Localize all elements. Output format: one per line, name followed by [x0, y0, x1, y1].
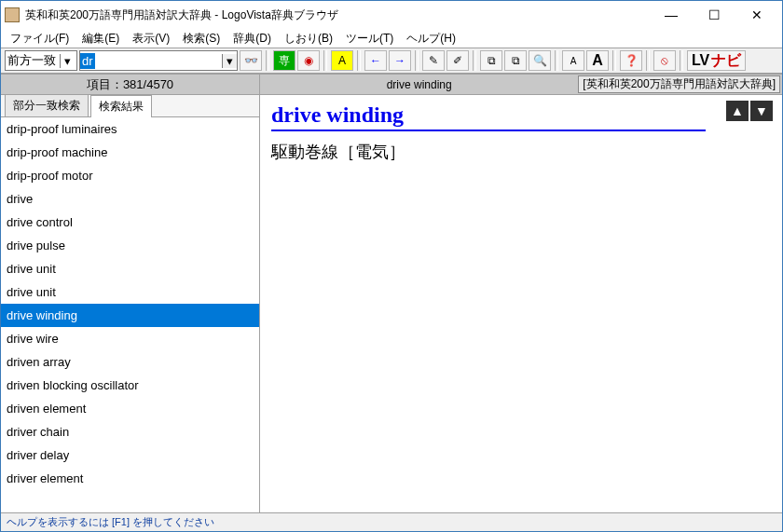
- separator: [555, 50, 558, 71]
- list-item[interactable]: drive: [1, 187, 259, 211]
- right-pane: drive winding [英和和英200万語専門用語対訳大辞典] ▲ ▼ d…: [260, 75, 782, 512]
- close-button[interactable]: ✕: [735, 2, 778, 28]
- list-item[interactable]: drip-proof machine: [1, 141, 259, 164]
- list-item[interactable]: driven blocking oscillator: [1, 374, 259, 397]
- highlight-button[interactable]: A: [331, 50, 353, 71]
- separator: [612, 50, 616, 71]
- status-bar: ヘルプを表示するには [F1] を押してください: [1, 512, 782, 531]
- menu-help[interactable]: ヘルプ(H): [401, 29, 461, 48]
- dropdown-icon: ▾: [222, 54, 237, 68]
- separator: [357, 50, 361, 71]
- menu-bar: ファイル(F) 編集(E) 表示(V) 検索(S) 辞典(D) しおり(B) ツ…: [1, 29, 782, 48]
- dict-select-button[interactable]: 専: [273, 50, 295, 71]
- dropdown-icon: ▾: [60, 54, 75, 68]
- separator: [680, 50, 683, 71]
- font-small-button[interactable]: A: [562, 50, 584, 71]
- search-button[interactable]: 👓: [240, 50, 262, 71]
- pen1-button[interactable]: ✎: [422, 50, 445, 71]
- definition: 駆動巻線［電気］: [271, 141, 771, 163]
- separator: [415, 50, 419, 71]
- copy2-button[interactable]: ⧉: [504, 50, 527, 71]
- zoom-button[interactable]: 🔍: [529, 50, 551, 71]
- result-list[interactable]: drip-proof luminairesdrip-proof machined…: [1, 117, 259, 512]
- current-entry-label: drive winding: [260, 78, 578, 91]
- match-mode-select[interactable]: 前方一致 ▾: [5, 50, 77, 71]
- stop-button[interactable]: ⦸: [653, 50, 676, 71]
- tab-search-results[interactable]: 検索結果: [90, 95, 152, 117]
- headword: drive winding: [271, 102, 706, 131]
- list-item[interactable]: driven array: [1, 350, 259, 374]
- left-pane: 項目：381/4570 部分一致検索 検索結果 drip-proof lumin…: [1, 75, 260, 512]
- entry-content: ▲ ▼ drive winding 駆動巻線［電気］: [260, 95, 782, 512]
- separator: [266, 50, 269, 71]
- separator: [473, 50, 476, 71]
- forward-button[interactable]: →: [389, 50, 411, 71]
- match-mode-value: 前方一致: [7, 52, 56, 69]
- result-tabs: 部分一致検索 検索結果: [1, 95, 259, 117]
- search-value: dr: [80, 53, 95, 69]
- next-entry-button[interactable]: ▼: [750, 101, 773, 121]
- menu-search[interactable]: 検索(S): [177, 29, 226, 48]
- lv-label: LV: [692, 52, 709, 69]
- menu-bookmark[interactable]: しおり(B): [279, 29, 338, 48]
- globe-button[interactable]: ◉: [297, 50, 320, 71]
- tab-partial-match[interactable]: 部分一致検索: [5, 94, 89, 116]
- lvnav-button[interactable]: LV ナビ: [687, 50, 746, 71]
- entry-nav: ▲ ▼: [726, 101, 773, 121]
- menu-dict[interactable]: 辞典(D): [227, 29, 277, 48]
- list-item[interactable]: drive wire: [1, 327, 259, 350]
- list-item[interactable]: drive control: [1, 211, 259, 234]
- back-button[interactable]: ←: [364, 50, 387, 71]
- list-item[interactable]: drive unit: [1, 280, 259, 304]
- list-item[interactable]: drive winding: [1, 304, 259, 327]
- prev-entry-button[interactable]: ▲: [726, 101, 749, 121]
- menu-tool[interactable]: ツール(T): [340, 29, 399, 48]
- title-bar: 英和和英200万語専門用語対訳大辞典 - LogoVista辞典ブラウザ — ☐…: [1, 1, 782, 29]
- nav-label: ナビ: [711, 51, 741, 71]
- separator: [646, 50, 650, 71]
- list-item[interactable]: driver element: [1, 467, 259, 490]
- list-item[interactable]: driver delay: [1, 443, 259, 467]
- help-button[interactable]: ❓: [620, 50, 642, 71]
- font-large-button[interactable]: A: [586, 50, 609, 71]
- menu-edit[interactable]: 編集(E): [76, 29, 125, 48]
- separator: [323, 50, 327, 71]
- pen2-button[interactable]: ✐: [446, 50, 469, 71]
- copy1-button[interactable]: ⧉: [480, 50, 502, 71]
- list-item[interactable]: drip-proof motor: [1, 164, 259, 187]
- result-count-bar: 項目：381/4570: [1, 75, 259, 95]
- entry-header-bar: drive winding [英和和英200万語専門用語対訳大辞典]: [260, 75, 782, 95]
- app-icon: [5, 7, 20, 22]
- binoculars-icon: 👓: [244, 54, 258, 67]
- globe-icon: ◉: [304, 54, 313, 67]
- toolbar: 前方一致 ▾ dr ▾ 👓 専 ◉ A ← → ✎ ✐ ⧉ ⧉ 🔍 A A ❓ …: [1, 48, 782, 74]
- list-item[interactable]: drive pulse: [1, 234, 259, 257]
- list-item[interactable]: driver chain: [1, 420, 259, 443]
- menu-view[interactable]: 表示(V): [127, 29, 175, 48]
- dictionary-name-label: [英和和英200万語専門用語対訳大辞典]: [578, 75, 780, 93]
- menu-file[interactable]: ファイル(F): [5, 29, 75, 48]
- client-area: 項目：381/4570 部分一致検索 検索結果 drip-proof lumin…: [1, 74, 782, 512]
- list-item[interactable]: drip-proof luminaires: [1, 117, 259, 141]
- maximize-button[interactable]: ☐: [693, 2, 735, 28]
- window-title: 英和和英200万語専門用語対訳大辞典 - LogoVista辞典ブラウザ: [25, 7, 650, 23]
- list-item[interactable]: drive unit: [1, 257, 259, 280]
- list-item[interactable]: driven element: [1, 397, 259, 420]
- search-input[interactable]: dr ▾: [79, 50, 238, 71]
- minimize-button[interactable]: —: [650, 2, 693, 28]
